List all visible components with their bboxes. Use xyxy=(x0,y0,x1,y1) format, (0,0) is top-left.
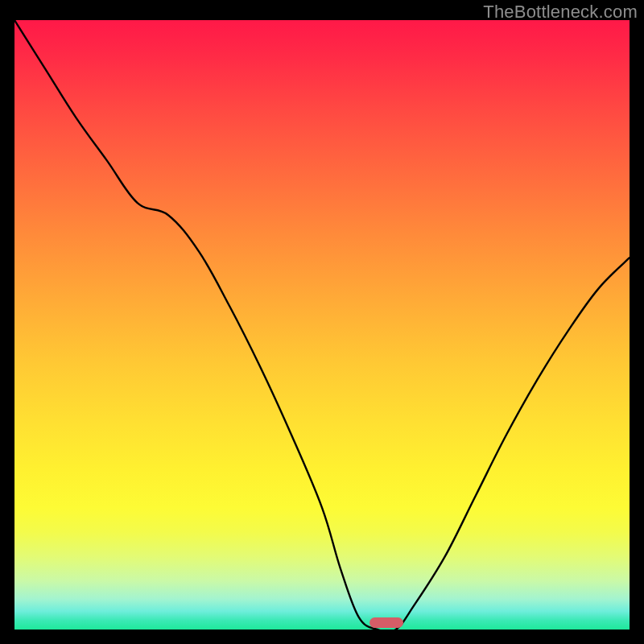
chart-frame: TheBottleneck.com xyxy=(0,0,644,644)
optimal-marker xyxy=(369,617,403,628)
plot-area xyxy=(14,20,630,630)
watermark-text: TheBottleneck.com xyxy=(483,2,638,23)
bottleneck-curve xyxy=(14,20,630,630)
